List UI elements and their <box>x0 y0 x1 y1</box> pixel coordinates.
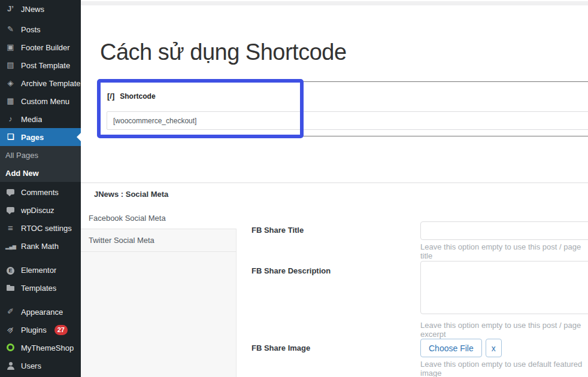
sidebar-item-media[interactable]: Media <box>0 110 81 128</box>
sidebar-item-comments[interactable]: Comments <box>0 183 81 201</box>
sidebar-item-label: wpDiscuz <box>21 206 54 215</box>
sidebar-item-label: Templates <box>21 284 56 293</box>
sidebar-item-users[interactable]: Users <box>0 357 81 375</box>
fb-share-image-controls: Choose File x <box>420 339 502 357</box>
elementor-icon <box>5 265 16 275</box>
fb-share-description-textarea[interactable] <box>420 261 588 314</box>
sidebar-item-label: Post Template <box>21 61 70 70</box>
sidebar-item-rank-math[interactable]: Rank Math <box>0 237 81 255</box>
sidebar-item-label: Rank Math <box>21 242 59 251</box>
sidebar-item-label: Users <box>21 361 41 370</box>
sidebar-item-label: MyThemeShop <box>21 343 74 352</box>
shortcode-block-label: Shortcode <box>120 92 155 101</box>
folder-icon <box>5 283 16 293</box>
sidebar-item-label: Comments <box>21 188 59 197</box>
sidebar-item-pages[interactable]: Pages <box>0 128 81 146</box>
wordpress-admin-page: JNews Posts Footer Builder Post Template… <box>0 0 588 377</box>
sidebar-item-label: Media <box>21 115 42 124</box>
tab-label: Twitter Social Meta <box>89 236 154 245</box>
tag-icon <box>5 78 16 88</box>
sidebar-item-label: Plugins <box>21 326 47 335</box>
top-divider-strip <box>81 1 588 5</box>
sidebar-item-label: JNews <box>21 5 44 14</box>
sidebar-item-label: Custom Menu <box>21 97 69 106</box>
document-icon <box>5 60 16 70</box>
fb-share-description-label: FB Share Description <box>251 266 331 275</box>
submenu-item-add-new[interactable]: Add New <box>0 164 81 182</box>
sidebar-item-label: RTOC settings <box>21 224 72 233</box>
fb-share-title-help: Leave this option empty to use this post… <box>420 242 588 260</box>
sidebar-item-plugins[interactable]: Plugins 27 <box>0 321 81 339</box>
submenu-item-all-pages[interactable]: All Pages <box>0 146 81 164</box>
monitor-icon <box>5 42 16 52</box>
fb-share-description-help: Leave this option empty to use this post… <box>420 321 588 339</box>
tab-label: Facebook Social Meta <box>89 214 166 223</box>
fb-share-image-label: FB Share Image <box>251 343 310 352</box>
pages-submenu: All Pages Add New <box>0 146 81 182</box>
tab-twitter-social-meta[interactable]: Twitter Social Meta <box>81 229 237 252</box>
sidebar-item-label: Posts <box>21 25 41 34</box>
shortcode-input[interactable] <box>107 111 588 130</box>
sidebar-item-appearance[interactable]: Appearance <box>0 303 81 321</box>
jnews-icon <box>5 4 16 14</box>
metabox-title: JNews : Social Meta <box>94 190 168 199</box>
bar-chart-icon <box>5 241 16 251</box>
sidebar-item-archive-template[interactable]: Archive Template <box>0 74 81 92</box>
sidebar-item-rtoc-settings[interactable]: RTOC settings <box>0 219 81 237</box>
user-icon <box>5 361 16 370</box>
mythemeshop-icon <box>5 343 16 352</box>
sidebar-item-elementor[interactable]: Elementor <box>0 261 81 279</box>
plugins-update-badge: 27 <box>54 325 68 335</box>
pushpin-icon <box>5 25 16 34</box>
sidebar-item-label: Pages <box>21 133 44 142</box>
sidebar-item-mythemeshop[interactable]: MyThemeShop <box>0 339 81 357</box>
plug-icon <box>5 325 16 335</box>
tab-facebook-social-meta[interactable]: Facebook Social Meta <box>81 208 237 229</box>
shortcode-icon: [/] <box>107 92 114 101</box>
sidebar-item-label: Footer Builder <box>21 43 70 52</box>
sidebar-item-label: Elementor <box>21 266 56 275</box>
sidebar-item-footer-builder[interactable]: Footer Builder <box>0 38 81 56</box>
fb-share-title-input[interactable] <box>420 221 588 240</box>
media-icon <box>5 114 16 124</box>
sidebar-item-jnews[interactable]: JNews <box>0 0 81 18</box>
clear-file-button[interactable]: x <box>486 339 502 357</box>
page-title[interactable]: Cách sử dụng Shortcode <box>100 39 347 65</box>
list-icon <box>5 223 16 233</box>
submenu-item-label: All Pages <box>5 151 38 160</box>
comment-icon <box>5 205 16 215</box>
grid-icon <box>5 96 16 106</box>
admin-sidebar: JNews Posts Footer Builder Post Template… <box>0 0 81 377</box>
fb-share-title-label: FB Share Title <box>251 226 304 235</box>
brush-icon <box>5 307 16 317</box>
pages-icon <box>5 132 16 142</box>
comment-icon <box>5 187 16 197</box>
sidebar-item-templates[interactable]: Templates <box>0 279 81 297</box>
sidebar-item-label: Appearance <box>21 308 63 317</box>
choose-file-button[interactable]: Choose File <box>420 339 482 357</box>
sidebar-item-custom-menu[interactable]: Custom Menu <box>0 92 81 110</box>
metabox-top-border <box>81 183 588 183</box>
sidebar-item-wpdiscuz[interactable]: wpDiscuz <box>0 201 81 219</box>
sidebar-item-posts[interactable]: Posts <box>0 20 81 38</box>
shortcode-block-header: [/] Shortcode <box>107 92 156 101</box>
sidebar-item-label: Archive Template <box>21 79 80 88</box>
submenu-item-label: Add New <box>5 169 39 178</box>
sidebar-item-post-template[interactable]: Post Template <box>0 56 81 74</box>
fb-share-image-help: Leave this option empty to use default f… <box>420 360 588 377</box>
